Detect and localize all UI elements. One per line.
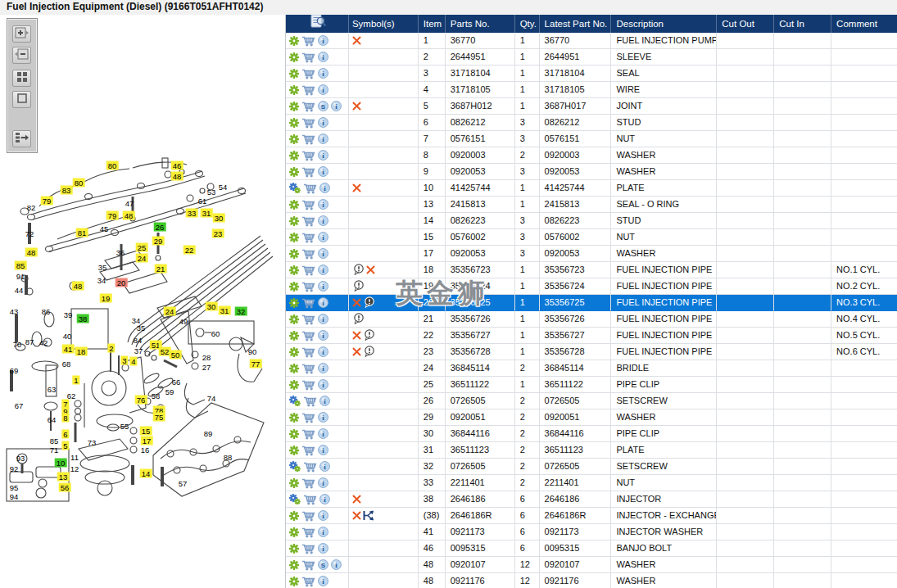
- part-label-68[interactable]: 68: [61, 360, 73, 369]
- cart-icon[interactable]: [301, 215, 315, 227]
- table-row[interactable]: Si 48 0920107 12 0920107 WASHER: [286, 557, 897, 573]
- gear-icon[interactable]: [289, 331, 299, 341]
- cart-icon[interactable]: [301, 363, 315, 374]
- table-row[interactable]: i 19 35356724 1 35356724 FUEL INJECTION …: [286, 278, 897, 295]
- table-row[interactable]: Si 5 3687H012 1 3687H017 JOINT: [286, 98, 897, 115]
- part-label-18[interactable]: 18: [75, 347, 88, 356]
- cart-icon[interactable]: [301, 133, 315, 145]
- table-row[interactable]: i (38) 2646186R 6 2646186R INJECTOR - EX…: [286, 508, 897, 524]
- info-icon[interactable]: i: [318, 346, 328, 357]
- table-row[interactable]: i 1 36770 1 36770 FUEL INJECTION PUMP: [286, 33, 897, 49]
- part-label-84[interactable]: 84: [132, 336, 144, 345]
- gear-icon[interactable]: [289, 347, 299, 357]
- part-label-88[interactable]: 88: [222, 453, 234, 462]
- part-label-5[interactable]: 5: [61, 441, 69, 450]
- info-icon[interactable]: i: [319, 494, 330, 504]
- part-label-41[interactable]: 41: [62, 345, 75, 354]
- gear-icon[interactable]: [289, 265, 299, 275]
- part-label-93[interactable]: 93: [15, 454, 27, 463]
- part-label-82[interactable]: 82: [25, 203, 38, 212]
- part-label-69[interactable]: 69: [8, 366, 20, 375]
- gear-icon[interactable]: [289, 36, 299, 46]
- part-label-76[interactable]: 76: [135, 396, 147, 405]
- table-row[interactable]: i 38 2646186 6 2646186 INJECTOR: [286, 491, 897, 508]
- part-label-74[interactable]: 74: [206, 394, 218, 403]
- part-label-60[interactable]: 60: [210, 329, 222, 338]
- part-label-35[interactable]: 35: [135, 323, 147, 332]
- cart-icon[interactable]: [301, 265, 315, 276]
- info-icon[interactable]: i: [318, 133, 328, 144]
- part-label-48[interactable]: 48: [171, 172, 183, 181]
- cart-icon[interactable]: [301, 445, 315, 456]
- part-label-38[interactable]: 38: [77, 314, 89, 323]
- info-icon[interactable]: i: [318, 265, 328, 275]
- table-row[interactable]: i 14 0826223 3 0826223 STUD: [286, 213, 897, 229]
- gear-icon[interactable]: [289, 544, 299, 554]
- part-label-24[interactable]: 24: [136, 254, 148, 263]
- part-label-61[interactable]: 61: [197, 197, 209, 206]
- part-label-70[interactable]: 70: [11, 340, 24, 349]
- info-icon[interactable]: i: [318, 52, 328, 62]
- part-label-40[interactable]: 40: [61, 332, 74, 341]
- cart-icon[interactable]: [301, 330, 315, 341]
- part-label-86[interactable]: 86: [40, 307, 52, 316]
- part-label-58[interactable]: 58: [150, 391, 162, 400]
- table-row[interactable]: i 30 36844116 2 36844116 PIPE CLIP: [286, 426, 897, 442]
- gear-icon[interactable]: [289, 216, 299, 226]
- part-label-45[interactable]: 45: [98, 224, 111, 233]
- part-label-75[interactable]: 75: [153, 413, 165, 422]
- part-label-21[interactable]: 21: [155, 265, 167, 274]
- part-label-35[interactable]: 35: [97, 263, 109, 272]
- part-label-32[interactable]: 32: [235, 307, 247, 316]
- info-icon[interactable]: i: [318, 297, 328, 308]
- part-label-25[interactable]: 25: [136, 243, 148, 252]
- info-icon[interactable]: i: [318, 510, 328, 521]
- single-view-button[interactable]: [12, 91, 31, 108]
- part-label-16[interactable]: 16: [139, 446, 152, 455]
- info-icon[interactable]: i: [318, 412, 328, 423]
- part-label-92[interactable]: 92: [8, 464, 20, 473]
- gear-icon[interactable]: [289, 233, 299, 242]
- part-label-19[interactable]: 19: [100, 294, 112, 303]
- part-label-94[interactable]: 94: [8, 492, 20, 501]
- cart-icon[interactable]: [301, 68, 315, 79]
- gear-icon[interactable]: [289, 478, 299, 488]
- part-label-11[interactable]: 11: [69, 453, 80, 462]
- column-header-cut-in[interactable]: Cut In: [774, 15, 831, 33]
- part-label-26[interactable]: 26: [154, 223, 166, 232]
- gear-icon[interactable]: [289, 167, 299, 177]
- cart-icon[interactable]: [301, 477, 315, 489]
- table-row[interactable]: i 31 36511123 2 36511123 PLATE: [286, 442, 897, 459]
- gear-icon[interactable]: [289, 52, 299, 62]
- part-label-42[interactable]: 42: [38, 338, 50, 347]
- part-label-63[interactable]: 63: [46, 385, 58, 394]
- info-icon[interactable]: i: [318, 215, 328, 226]
- table-row[interactable]: i 32 0726505 2 0726505 SETSCREW: [286, 459, 897, 475]
- info-icon[interactable]: i: [319, 183, 330, 193]
- part-label-53[interactable]: 53: [206, 188, 218, 197]
- gear-icon[interactable]: [289, 560, 299, 570]
- column-header-item[interactable]: Item: [419, 15, 446, 33]
- table-row[interactable]: i 10 41425744 1 41425744 PLATE: [286, 180, 897, 197]
- part-label-37[interactable]: 37: [133, 346, 145, 355]
- info-icon[interactable]: i: [318, 166, 328, 177]
- gear-icon[interactable]: [289, 69, 299, 79]
- part-label-55[interactable]: 55: [119, 422, 131, 431]
- column-header-latest-part-no[interactable]: Latest Part No.: [540, 15, 612, 33]
- part-label-59[interactable]: 59: [164, 387, 176, 396]
- table-row[interactable]: i 29 0920051 2 0920051 WASHER: [286, 409, 897, 426]
- part-label-17[interactable]: 17: [141, 436, 153, 446]
- double-gear-icon[interactable]: [289, 183, 301, 193]
- table-row[interactable]: i 18 35356723 1 35356723 FUEL INJECTION …: [286, 262, 897, 278]
- info-icon[interactable]: i: [318, 379, 328, 390]
- part-label-29[interactable]: 29: [152, 237, 165, 246]
- info-icon[interactable]: i: [318, 445, 328, 455]
- cart-icon[interactable]: [301, 543, 315, 554]
- part-label-36[interactable]: 36: [115, 248, 127, 257]
- part-label-8[interactable]: 8: [61, 414, 69, 423]
- gear-icon[interactable]: [289, 298, 299, 308]
- part-label-30[interactable]: 30: [213, 214, 225, 223]
- part-label-89[interactable]: 89: [202, 429, 215, 438]
- part-label-3[interactable]: 3: [120, 356, 128, 365]
- gear-icon[interactable]: [289, 577, 299, 586]
